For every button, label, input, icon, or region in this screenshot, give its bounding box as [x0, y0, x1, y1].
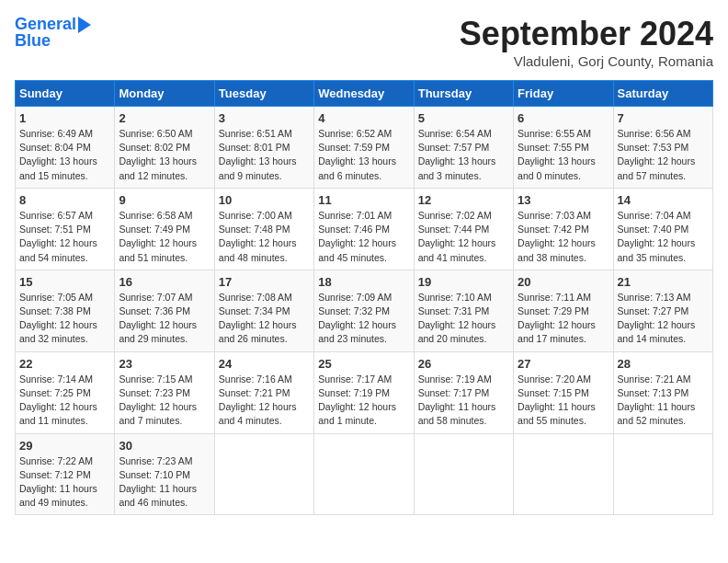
calendar-cell-9: 9Sunrise: 6:58 AMSunset: 7:49 PMDaylight… — [115, 188, 214, 270]
calendar-cell-7: 7Sunrise: 6:56 AMSunset: 7:53 PMDaylight… — [613, 107, 712, 189]
calendar-cell-13: 13Sunrise: 7:03 AMSunset: 7:42 PMDayligh… — [514, 188, 613, 270]
calendar-cell-10: 10Sunrise: 7:00 AMSunset: 7:48 PMDayligh… — [214, 188, 313, 270]
day-info: Sunrise: 7:09 AMSunset: 7:32 PMDaylight:… — [318, 291, 409, 347]
day-info: Sunrise: 7:07 AMSunset: 7:36 PMDaylight:… — [119, 291, 210, 347]
day-number: 25 — [318, 357, 409, 371]
calendar-cell-1: 1Sunrise: 6:49 AMSunset: 8:04 PMDaylight… — [16, 107, 115, 189]
calendar-cell-3: 3Sunrise: 6:51 AMSunset: 8:01 PMDaylight… — [214, 107, 313, 189]
day-info: Sunrise: 6:54 AMSunset: 7:57 PMDaylight:… — [418, 127, 509, 183]
calendar-cell-11: 11Sunrise: 7:01 AMSunset: 7:46 PMDayligh… — [314, 188, 414, 270]
month-title: September 2024 — [460, 15, 713, 53]
calendar-cell-12: 12Sunrise: 7:02 AMSunset: 7:44 PMDayligh… — [414, 188, 513, 270]
logo-text-blue: Blue — [15, 31, 51, 52]
location-subtitle: Vladuleni, Gorj County, Romania — [460, 53, 713, 69]
col-header-monday: Monday — [115, 81, 214, 107]
day-number: 12 — [418, 193, 509, 207]
day-number: 15 — [19, 275, 110, 289]
day-info: Sunrise: 7:15 AMSunset: 7:23 PMDaylight:… — [119, 373, 210, 429]
calendar-cell-19: 19Sunrise: 7:10 AMSunset: 7:31 PMDayligh… — [414, 270, 513, 351]
day-number: 21 — [618, 275, 709, 289]
day-number: 10 — [219, 193, 310, 207]
empty-cell — [414, 433, 513, 515]
logo-arrow-icon — [78, 17, 91, 33]
col-header-thursday: Thursday — [414, 81, 513, 107]
day-info: Sunrise: 6:50 AMSunset: 8:02 PMDaylight:… — [119, 127, 210, 183]
day-number: 20 — [518, 275, 609, 289]
day-number: 23 — [119, 357, 210, 371]
empty-cell — [514, 433, 613, 515]
day-info: Sunrise: 6:56 AMSunset: 7:53 PMDaylight:… — [618, 127, 709, 183]
calendar-cell-23: 23Sunrise: 7:15 AMSunset: 7:23 PMDayligh… — [115, 351, 214, 433]
day-number: 2 — [119, 111, 210, 125]
calendar-cell-5: 5Sunrise: 6:54 AMSunset: 7:57 PMDaylight… — [414, 107, 513, 189]
day-number: 27 — [518, 357, 609, 371]
calendar-cell-18: 18Sunrise: 7:09 AMSunset: 7:32 PMDayligh… — [314, 270, 414, 351]
day-info: Sunrise: 7:10 AMSunset: 7:31 PMDaylight:… — [418, 291, 509, 347]
page-header: General Blue September 2024 Vladuleni, G… — [15, 15, 713, 69]
calendar-cell-27: 27Sunrise: 7:20 AMSunset: 7:15 PMDayligh… — [514, 351, 613, 433]
day-number: 7 — [618, 111, 709, 125]
col-header-sunday: Sunday — [16, 81, 115, 107]
day-number: 3 — [219, 111, 310, 125]
col-header-wednesday: Wednesday — [314, 81, 414, 107]
day-info: Sunrise: 7:00 AMSunset: 7:48 PMDaylight:… — [219, 209, 310, 265]
empty-cell — [214, 433, 313, 515]
calendar-cell-28: 28Sunrise: 7:21 AMSunset: 7:13 PMDayligh… — [613, 351, 712, 433]
day-number: 28 — [618, 357, 709, 371]
day-number: 14 — [618, 193, 709, 207]
calendar-cell-4: 4Sunrise: 6:52 AMSunset: 7:59 PMDaylight… — [314, 107, 414, 189]
day-info: Sunrise: 7:11 AMSunset: 7:29 PMDaylight:… — [518, 291, 609, 347]
day-info: Sunrise: 6:58 AMSunset: 7:49 PMDaylight:… — [119, 209, 210, 265]
calendar-cell-6: 6Sunrise: 6:55 AMSunset: 7:55 PMDaylight… — [514, 107, 613, 189]
title-area: September 2024 Vladuleni, Gorj County, R… — [460, 15, 713, 69]
day-info: Sunrise: 7:01 AMSunset: 7:46 PMDaylight:… — [318, 209, 409, 265]
calendar-cell-16: 16Sunrise: 7:07 AMSunset: 7:36 PMDayligh… — [115, 270, 214, 351]
day-number: 30 — [119, 439, 210, 453]
day-info: Sunrise: 7:02 AMSunset: 7:44 PMDaylight:… — [418, 209, 509, 265]
day-number: 1 — [19, 111, 110, 125]
day-info: Sunrise: 7:22 AMSunset: 7:12 PMDaylight:… — [19, 454, 110, 511]
calendar-cell-24: 24Sunrise: 7:16 AMSunset: 7:21 PMDayligh… — [214, 351, 313, 433]
day-number: 6 — [518, 111, 609, 125]
calendar-cell-8: 8Sunrise: 6:57 AMSunset: 7:51 PMDaylight… — [16, 188, 115, 270]
calendar-cell-25: 25Sunrise: 7:17 AMSunset: 7:19 PMDayligh… — [314, 351, 414, 433]
day-info: Sunrise: 6:49 AMSunset: 8:04 PMDaylight:… — [19, 127, 110, 183]
day-number: 9 — [119, 193, 210, 207]
day-number: 8 — [19, 193, 110, 207]
day-info: Sunrise: 7:21 AMSunset: 7:13 PMDaylight:… — [618, 373, 709, 429]
day-number: 17 — [219, 275, 310, 289]
day-info: Sunrise: 7:14 AMSunset: 7:25 PMDaylight:… — [19, 373, 110, 429]
day-info: Sunrise: 7:13 AMSunset: 7:27 PMDaylight:… — [618, 291, 709, 347]
logo: General Blue — [15, 15, 91, 51]
calendar-cell-17: 17Sunrise: 7:08 AMSunset: 7:34 PMDayligh… — [214, 270, 313, 351]
day-info: Sunrise: 7:19 AMSunset: 7:17 PMDaylight:… — [418, 373, 509, 429]
day-number: 26 — [418, 357, 509, 371]
col-header-saturday: Saturday — [613, 81, 712, 107]
day-info: Sunrise: 6:51 AMSunset: 8:01 PMDaylight:… — [219, 127, 310, 183]
day-info: Sunrise: 7:05 AMSunset: 7:38 PMDaylight:… — [19, 291, 110, 347]
day-info: Sunrise: 7:04 AMSunset: 7:40 PMDaylight:… — [618, 209, 709, 265]
day-info: Sunrise: 6:52 AMSunset: 7:59 PMDaylight:… — [318, 127, 409, 183]
calendar-cell-14: 14Sunrise: 7:04 AMSunset: 7:40 PMDayligh… — [613, 188, 712, 270]
calendar-cell-20: 20Sunrise: 7:11 AMSunset: 7:29 PMDayligh… — [514, 270, 613, 351]
calendar-cell-2: 2Sunrise: 6:50 AMSunset: 8:02 PMDaylight… — [115, 107, 214, 189]
day-info: Sunrise: 7:08 AMSunset: 7:34 PMDaylight:… — [219, 291, 310, 347]
calendar-cell-30: 30Sunrise: 7:23 AMSunset: 7:10 PMDayligh… — [115, 433, 214, 515]
day-info: Sunrise: 7:17 AMSunset: 7:19 PMDaylight:… — [318, 373, 409, 429]
day-number: 4 — [318, 111, 409, 125]
day-info: Sunrise: 7:20 AMSunset: 7:15 PMDaylight:… — [518, 373, 609, 429]
calendar-cell-15: 15Sunrise: 7:05 AMSunset: 7:38 PMDayligh… — [16, 270, 115, 351]
day-info: Sunrise: 6:57 AMSunset: 7:51 PMDaylight:… — [19, 209, 110, 265]
day-number: 16 — [119, 275, 210, 289]
calendar-table: SundayMondayTuesdayWednesdayThursdayFrid… — [15, 80, 713, 515]
empty-cell — [613, 433, 712, 515]
calendar-cell-29: 29Sunrise: 7:22 AMSunset: 7:12 PMDayligh… — [16, 433, 115, 515]
day-number: 11 — [318, 193, 409, 207]
day-number: 18 — [318, 275, 409, 289]
day-number: 29 — [19, 439, 110, 453]
day-number: 22 — [19, 357, 110, 371]
day-number: 24 — [219, 357, 310, 371]
day-info: Sunrise: 6:55 AMSunset: 7:55 PMDaylight:… — [518, 127, 609, 183]
day-number: 13 — [518, 193, 609, 207]
day-info: Sunrise: 7:23 AMSunset: 7:10 PMDaylight:… — [119, 454, 210, 511]
